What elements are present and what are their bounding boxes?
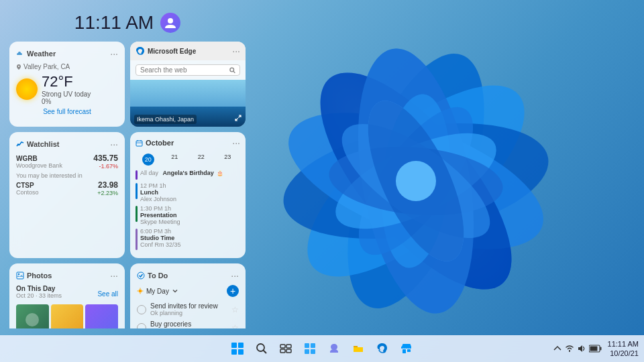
calendar-event-presentation[interactable]: 1:30 PM 1h Presentation Skype Meeting (136, 205, 240, 225)
edge-logo: Microsoft Edge (136, 46, 196, 56)
watchlist-header: Watchlist ··· (16, 139, 118, 149)
svg-rect-34 (280, 345, 285, 348)
widgets-grid: Weather ··· Valley Park, CA 72°F Strong (7, 42, 248, 328)
speaker-icon[interactable] (577, 344, 586, 353)
taskbar-clock[interactable]: 11:11 AM 10/20/21 (608, 339, 639, 359)
battery-icon[interactable] (589, 344, 602, 353)
calendar-icon (136, 139, 143, 147)
cal-day-23[interactable]: 23 (215, 152, 241, 167)
weather-widget: Weather ··· Valley Park, CA 72°F Strong (9, 42, 125, 127)
todo-star-1[interactable]: ☆ (231, 305, 239, 314)
svg-rect-41 (311, 349, 315, 354)
teams-icon (328, 343, 340, 355)
teams-button[interactable] (323, 338, 345, 359)
edge-search-input[interactable] (140, 66, 229, 74)
store-button[interactable] (396, 338, 417, 359)
weather-widget-header: Weather ··· (16, 48, 118, 59)
stock-item-ctsp[interactable]: CTSP Contoso 23.98 +2.23% (16, 180, 118, 196)
stock-name-1: Woodgrove Bank (16, 162, 62, 169)
taskbar-time-value: 11:11 AM (608, 339, 639, 349)
svg-rect-45 (600, 347, 601, 351)
explorer-button[interactable] (347, 338, 369, 359)
location-icon (16, 64, 21, 70)
calendar-event-lunch[interactable]: 12 PM 1h Lunch Alex Johnson (136, 182, 240, 202)
clock-time: 11:11 AM (74, 12, 154, 34)
stock-price-1: 435.75 (93, 154, 118, 163)
edge-header: Microsoft Edge ··· (130, 42, 246, 60)
svg-point-25 (18, 274, 19, 275)
weather-location: Valley Park, CA (16, 63, 118, 70)
chevron-up-icon[interactable] (553, 344, 562, 353)
wifi-icon[interactable] (565, 344, 574, 353)
taskview-button[interactable] (275, 338, 297, 359)
weather-main: 72°F Strong UV today 0% (16, 73, 118, 105)
edge-search-bar[interactable] (136, 64, 240, 76)
photo-thumbnail-3[interactable] (85, 304, 118, 328)
svg-point-26 (138, 272, 144, 279)
temperature: 72°F (42, 73, 91, 90)
todo-add-button[interactable]: + (227, 285, 239, 297)
todo-title: To Do (137, 272, 168, 280)
search-button[interactable] (251, 338, 272, 359)
taskbar-center (227, 338, 417, 359)
event-bar (136, 206, 138, 222)
edge-more-button[interactable]: ··· (232, 46, 240, 56)
stock-price-2: 23.98 (97, 180, 118, 190)
calendar-event-studio[interactable]: 6:00 PM 3h Studio Time Conf Rm 32/35 (136, 228, 240, 250)
sun-icon (16, 78, 38, 100)
taskbar-right: 11:11 AM 10/20/21 (553, 339, 639, 359)
weather-title: Weather (16, 50, 56, 58)
edge-taskbar-icon (376, 343, 388, 355)
photo-thumbnail-1[interactable] (16, 304, 49, 328)
photos-see-all[interactable]: See all (97, 290, 118, 298)
calendar-more-button[interactable]: ··· (232, 137, 240, 148)
stock-item-wgrb[interactable]: WGRB Woodgrove Bank 435.75 -1.67% (16, 154, 118, 170)
cal-day-20[interactable]: 20 (136, 152, 161, 167)
todo-item-1[interactable]: Send invites for review Ok planning ☆ (137, 302, 239, 316)
svg-point-32 (257, 344, 264, 351)
cal-day-22[interactable]: 22 (189, 152, 214, 167)
cal-day-21[interactable]: 21 (162, 152, 188, 167)
svg-point-27 (139, 290, 142, 293)
svg-point-18 (230, 68, 234, 72)
calendar-event-birthday[interactable]: All day Angela's Birthday 🎂 (136, 170, 240, 180)
todo-item-2[interactable]: Buy groceries Todo ☆ (137, 320, 239, 328)
stock-symbol-1: WGRB (16, 155, 62, 162)
start-button[interactable] (227, 338, 248, 359)
avatar[interactable] (160, 13, 180, 33)
svg-rect-43 (407, 349, 411, 352)
expand-icon[interactable] (235, 115, 241, 121)
photos-grid (16, 304, 118, 328)
watchlist-more-button[interactable]: ··· (110, 139, 118, 149)
svg-rect-36 (280, 349, 285, 353)
edge-featured-image: Ikema Ohashi, Japan (130, 80, 246, 127)
svg-rect-42 (402, 349, 406, 353)
widgets-panel: 11:11 AM Weather ··· (7, 7, 248, 328)
widgets-button[interactable] (299, 338, 321, 359)
search-icon (256, 343, 268, 355)
photos-date: Oct 20 · 33 items (16, 292, 62, 299)
weather-more-button[interactable]: ··· (110, 48, 118, 59)
weather-description: Strong UV today (42, 90, 91, 98)
todo-widget: To Do ··· My Day + (130, 263, 246, 328)
todo-checkbox-1[interactable] (137, 305, 146, 314)
system-tray (553, 344, 602, 353)
svg-rect-40 (305, 349, 309, 354)
windows-icon (231, 343, 244, 355)
precipitation: 0% (42, 98, 91, 105)
watchlist-hint: You may be interested in (16, 172, 118, 179)
taskbar: 11:11 AM 10/20/21 (0, 335, 644, 362)
weather-forecast-link[interactable]: See full forecast (16, 108, 118, 115)
edge-taskbar-button[interactable] (372, 338, 393, 359)
today-indicator: 20 (142, 154, 154, 166)
photo-thumbnail-2[interactable] (51, 304, 84, 328)
todo-more-button[interactable]: ··· (231, 270, 239, 281)
todo-star-2[interactable]: ☆ (231, 323, 239, 329)
cloud-icon (16, 50, 24, 58)
todo-checkbox-2[interactable] (137, 323, 146, 329)
photos-more-button[interactable]: ··· (110, 270, 118, 281)
svg-rect-38 (305, 343, 309, 348)
windows-flower-logo (241, 20, 590, 342)
edge-icon (136, 46, 145, 56)
svg-point-15 (396, 161, 436, 201)
